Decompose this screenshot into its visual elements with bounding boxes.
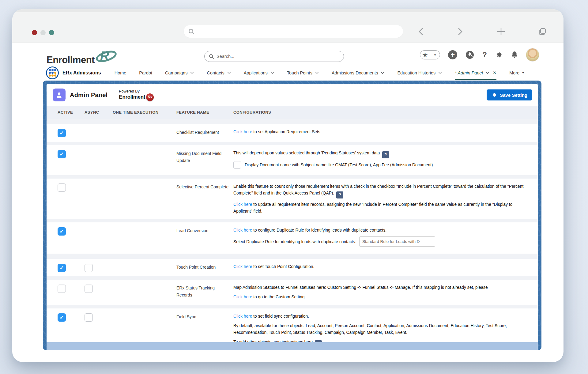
config-link[interactable]: Click here bbox=[233, 264, 252, 269]
config-text: to go to the Custom Setting bbox=[252, 295, 304, 299]
favorite-star-button[interactable]: ★ bbox=[420, 51, 430, 59]
save-setting-label: Save Setting bbox=[500, 93, 527, 98]
active-checkbox-checked[interactable]: ✓ bbox=[58, 264, 66, 272]
close-tab-icon[interactable]: ✕ bbox=[493, 70, 497, 76]
caret-down-icon[interactable]: ▾ bbox=[522, 71, 524, 75]
chevron-down-icon[interactable] bbox=[270, 72, 274, 74]
app-nav-bar: ERx Admissions HomePardotCampaignsContac… bbox=[12, 66, 564, 80]
minimize-window-button[interactable] bbox=[40, 30, 46, 35]
config-text: to configure Duplicate Rule for identify… bbox=[252, 228, 386, 232]
configurations-cell: Click here to configure Duplicate Rule f… bbox=[233, 227, 538, 247]
logo-text: Enrollment bbox=[47, 55, 95, 66]
page-title: Admin Panel bbox=[70, 92, 107, 99]
tab-admissions-documents[interactable]: Admissions Documents bbox=[332, 66, 385, 80]
browser-chrome bbox=[12, 9, 564, 43]
configurations-cell: Enable this feature to count only those … bbox=[233, 183, 538, 215]
async-checkbox-unchecked[interactable] bbox=[85, 285, 93, 293]
table-header: ACTIVE ASYNC ONE TIME EXECUTION FEATURE … bbox=[47, 106, 538, 119]
browser-new-tab-button[interactable] bbox=[497, 28, 505, 36]
config-line: Click here to update all requirement ite… bbox=[233, 201, 529, 215]
config-line: This will depend upon values selected th… bbox=[233, 150, 529, 158]
chevron-down-icon[interactable] bbox=[315, 72, 319, 74]
active-checkbox-checked[interactable]: ✓ bbox=[58, 129, 66, 137]
fullscreen-window-button[interactable] bbox=[49, 30, 54, 35]
guidance-center-button[interactable] bbox=[465, 50, 474, 59]
svg-text:R: R bbox=[100, 49, 109, 62]
chevron-down-icon[interactable] bbox=[190, 72, 194, 74]
tab-label: Campaigns bbox=[165, 70, 187, 75]
tab-touch-points[interactable]: Touch Points bbox=[287, 66, 319, 80]
feature-name: ERx Status Tracking Records bbox=[176, 285, 229, 299]
configurations-cell: Click here to set field sync configurati… bbox=[233, 313, 538, 342]
table-row: ✓Lead ConversionClick here to configure … bbox=[47, 222, 538, 254]
powered-by-brand: Enrollment bbox=[119, 94, 145, 100]
panel-bottom-scrollbar[interactable] bbox=[47, 342, 538, 350]
tab-more[interactable]: More▾ bbox=[509, 66, 524, 80]
favorites-dropdown-button[interactable]: ▾ bbox=[430, 51, 440, 59]
async-checkbox-unchecked[interactable] bbox=[85, 313, 93, 322]
duplicate-rule-input[interactable]: Standard Rule for Leads with D bbox=[359, 236, 435, 247]
tab-label: Contacts bbox=[207, 70, 224, 75]
help-button[interactable]: ? bbox=[482, 51, 487, 59]
help-icon[interactable]: ? bbox=[382, 151, 389, 158]
config-link[interactable]: Click here bbox=[233, 228, 252, 232]
active-checkbox-checked[interactable]: ✓ bbox=[58, 150, 66, 158]
tab-home[interactable]: Home bbox=[115, 66, 126, 80]
table-row: ✓Missing Document Field UpdateThis will … bbox=[47, 145, 538, 175]
config-text: By default, available for these objects:… bbox=[233, 323, 507, 335]
feature-name: Selective Percent Complete bbox=[176, 184, 229, 191]
config-text: to set field sync configuration. bbox=[252, 314, 309, 319]
browser-tab-overview-button[interactable] bbox=[538, 28, 546, 36]
browser-address-bar[interactable] bbox=[184, 25, 403, 38]
help-icon[interactable]: ? bbox=[336, 191, 343, 198]
active-checkbox-checked[interactable]: ✓ bbox=[58, 313, 66, 322]
config-link[interactable]: Click here bbox=[233, 314, 252, 319]
close-window-button[interactable] bbox=[32, 30, 37, 35]
config-link[interactable]: Click here bbox=[233, 295, 252, 299]
window-controls bbox=[32, 30, 54, 35]
tab-pardot[interactable]: Pardot bbox=[139, 66, 152, 80]
feature-name: Lead Conversion bbox=[176, 228, 229, 235]
active-checkbox-unchecked[interactable] bbox=[58, 183, 66, 192]
async-checkbox-unchecked[interactable] bbox=[85, 264, 93, 272]
powered-by-block: Powered By Enrollment Rx bbox=[119, 89, 154, 101]
active-checkbox-unchecked[interactable] bbox=[58, 285, 66, 293]
config-text: Enable this feature to count only those … bbox=[233, 184, 523, 195]
tab-contacts[interactable]: Contacts bbox=[207, 66, 231, 80]
tab-label: Home bbox=[115, 70, 126, 75]
chevron-down-icon[interactable] bbox=[438, 72, 442, 74]
tab-education-histories[interactable]: Education Histories bbox=[397, 66, 442, 80]
tab-label: * Admin Panel bbox=[455, 70, 483, 75]
table-row: ✓Field SyncClick here to set field sync … bbox=[47, 308, 538, 342]
browser-back-button[interactable] bbox=[418, 28, 424, 36]
config-link[interactable]: Click here bbox=[233, 130, 252, 134]
config-checkbox-unchecked[interactable] bbox=[233, 161, 241, 169]
config-text: Map Admission Statuses to Funnel statuse… bbox=[233, 285, 488, 290]
chevron-down-icon[interactable] bbox=[486, 72, 489, 74]
tab-label: Pardot bbox=[139, 70, 152, 75]
notifications-bell-button[interactable] bbox=[511, 51, 518, 59]
app-launcher-button[interactable] bbox=[46, 66, 59, 79]
browser-forward-button[interactable] bbox=[457, 28, 463, 36]
global-search-input[interactable]: Search... bbox=[204, 51, 344, 62]
setup-gear-button[interactable] bbox=[495, 51, 503, 59]
browser-window: Enrollment R Search... ★ ▾ + ? bbox=[12, 9, 564, 362]
search-placeholder: Search... bbox=[217, 54, 234, 59]
config-line: To add other objects, see instructions h… bbox=[233, 339, 529, 342]
save-setting-button[interactable]: Save Setting bbox=[487, 89, 532, 100]
quick-create-button[interactable]: + bbox=[448, 50, 457, 59]
tab-applications[interactable]: Applications bbox=[244, 66, 274, 80]
configurations-cell: Click here to set Application Requiremen… bbox=[233, 129, 538, 135]
tab-campaigns[interactable]: Campaigns bbox=[165, 66, 194, 80]
active-checkbox-checked[interactable]: ✓ bbox=[58, 227, 66, 236]
config-line: Click here to configure Duplicate Rule f… bbox=[233, 227, 529, 234]
user-avatar[interactable] bbox=[526, 48, 539, 61]
table-row: ✓Checklist RequirementClick here to set … bbox=[47, 124, 538, 142]
tab-label: Touch Points bbox=[287, 70, 312, 75]
rx-badge-icon: Rx bbox=[146, 93, 154, 101]
feature-name: Checklist Requirement bbox=[176, 129, 229, 136]
chevron-down-icon[interactable] bbox=[227, 72, 231, 74]
chevron-down-icon[interactable] bbox=[381, 72, 384, 74]
config-link[interactable]: Click here bbox=[233, 202, 252, 207]
tab-admin-panel[interactable]: * Admin Panel✕ bbox=[455, 66, 496, 80]
